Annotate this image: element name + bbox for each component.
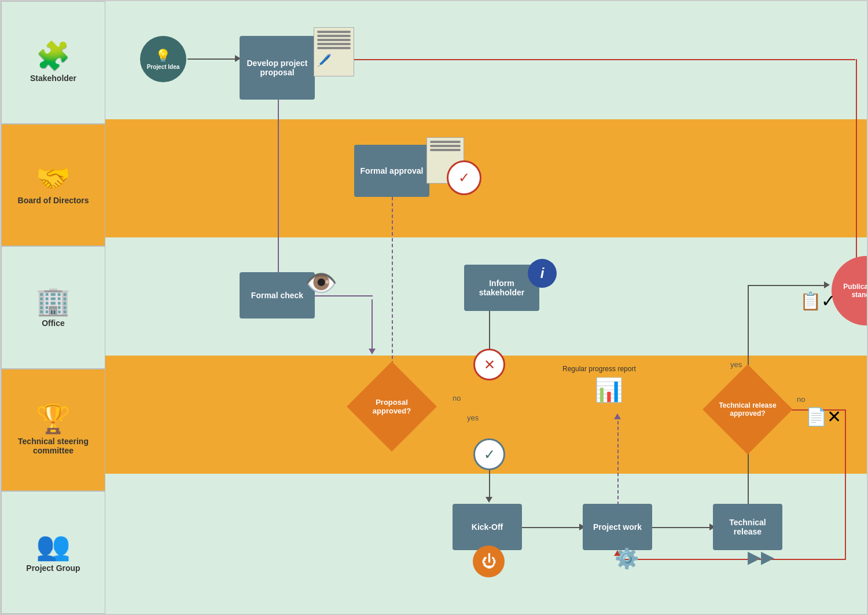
office-icon: 🏢	[36, 287, 71, 315]
gear-icon: ⚙️	[615, 547, 639, 570]
sidebar-row-stakeholder: 🧩 Stakeholder	[1, 1, 105, 124]
sidebar: 🧩 Stakeholder 🤝 Board of Directors 🏢 Off…	[1, 1, 105, 614]
stakeholder-label: Stakeholder	[30, 74, 76, 83]
pg-label: Project Group	[26, 563, 80, 573]
formal-approval-check: ✓	[447, 160, 481, 195]
proposal-diamond-container: Proposal approved?	[354, 369, 429, 444]
vline-check-proposal	[372, 299, 373, 352]
board-label: Board of Directors	[18, 196, 89, 205]
project-work-box: Project work	[583, 504, 652, 550]
report-icon: 📊	[594, 376, 623, 404]
arrow-no-tr-down	[845, 409, 846, 560]
dashed-pw-report	[617, 415, 619, 505]
arrow-no-tr-left	[617, 559, 845, 560]
project-work-label: Project work	[593, 522, 642, 532]
tech-release-box: Technical release	[713, 504, 782, 550]
formal-check-box: Formal check	[240, 272, 315, 319]
vline-pub-return	[856, 59, 857, 262]
sidebar-row-pg: 👥 Project Group	[1, 491, 105, 614]
arrow-return-top	[334, 59, 855, 60]
main-container: 🧩 Stakeholder 🤝 Board of Directors 🏢 Off…	[0, 0, 868, 615]
tech-release-diamond-label: Technical release approved?	[716, 378, 779, 441]
arrow-idea-develop	[187, 58, 238, 60]
arrow-kickoff-pw	[522, 527, 583, 528]
pg-icon: 👥	[36, 532, 71, 560]
tech-release-diamond-container: Technical release approved?	[707, 369, 788, 450]
row-stakeholder-bg	[105, 1, 867, 119]
regular-progress-label: Regular progress report	[562, 365, 636, 373]
play-icon: ▶▶	[748, 547, 774, 567]
arrowhead-to-proposal	[369, 349, 376, 354]
vline-tr-pub	[748, 285, 749, 371]
formal-check-label: Formal check	[251, 291, 303, 300]
kickoff-label: Kick-Off	[472, 522, 503, 532]
proposal-diamond-label: Proposal approved?	[360, 375, 424, 438]
formal-approval-box: Formal approval	[354, 145, 429, 197]
project-idea-circle: 💡 Project Idea	[140, 36, 186, 82]
office-label: Office	[42, 319, 65, 328]
approval-doc-icon: 📋✓	[800, 291, 836, 311]
kickoff-box: Kick-Off	[453, 504, 522, 550]
hline-tr-pub	[748, 285, 827, 286]
arrowhead-tr-pub	[824, 281, 830, 288]
sidebar-row-tsc: 🏆 Technical steering committee	[1, 369, 105, 492]
info-icon: i	[528, 259, 557, 288]
no-label-proposal: no	[453, 394, 461, 402]
power-icon: ⏻	[473, 546, 505, 577]
tsc-icon: 🏆	[36, 405, 71, 433]
content-area: 💡 Project Idea Develop project proposal …	[105, 1, 867, 614]
eye-icon: 👁️	[305, 268, 337, 298]
no-label-tr: no	[797, 395, 805, 404]
yes-label-proposal: yes	[467, 413, 479, 422]
checkmark-icon: ✓	[473, 438, 505, 470]
arrowhead-yes-kickoff	[486, 497, 492, 503]
sidebar-row-board: 🤝 Board of Directors	[1, 124, 105, 247]
publication-label: Publication of standard	[832, 279, 867, 302]
tech-release-label: Technical release	[716, 518, 779, 536]
project-idea-label: Project Idea	[147, 64, 180, 70]
inform-stakeholder-label: Inform stakeholder	[468, 279, 536, 297]
board-icon: 🤝	[36, 164, 71, 192]
dashed-approval-down	[392, 197, 393, 371]
develop-proposal-doc: 🖊️	[314, 27, 354, 76]
arrowhead-pw-report	[614, 413, 621, 419]
develop-proposal-box: Develop project proposal	[240, 36, 315, 100]
arrow-develop-down	[278, 100, 279, 285]
row-board-bg	[105, 119, 867, 237]
sidebar-row-office: 🏢 Office	[1, 246, 105, 369]
develop-proposal-label: Develop project proposal	[243, 58, 311, 77]
formal-approval-label: Formal approval	[361, 166, 424, 175]
x-icon: ✕	[473, 349, 505, 380]
yes-label-tr: yes	[730, 360, 742, 369]
arrow-pw-tr	[652, 527, 713, 528]
tsc-label: Technical steering committee	[6, 437, 100, 455]
x-doc-icon: 📄✕	[806, 407, 841, 427]
stakeholder-icon: 🧩	[36, 42, 71, 70]
